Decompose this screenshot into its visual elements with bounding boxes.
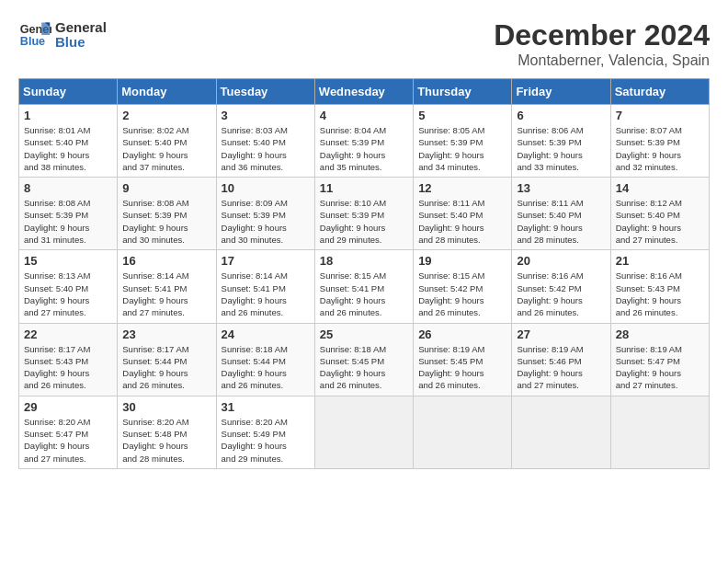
calendar-cell: 2Sunrise: 8:02 AMSunset: 5:40 PMDaylight… (118, 105, 216, 178)
day-number: 29 (24, 400, 112, 414)
day-number: 13 (517, 181, 605, 195)
calendar-cell: 13Sunrise: 8:11 AMSunset: 5:40 PMDayligh… (512, 178, 610, 250)
header: General Blue General Blue December 2024 … (18, 18, 710, 69)
day-number: 9 (122, 181, 210, 195)
day-info: Sunrise: 8:09 AMSunset: 5:39 PMDaylight:… (222, 197, 310, 246)
day-info: Sunrise: 8:14 AMSunset: 5:41 PMDaylight:… (222, 270, 310, 318)
calendar-cell (414, 396, 512, 468)
calendar-cell: 14Sunrise: 8:12 AMSunset: 5:40 PMDayligh… (610, 178, 709, 250)
calendar-cell: 27Sunrise: 8:19 AMSunset: 5:46 PMDayligh… (512, 323, 610, 396)
day-number: 25 (320, 327, 408, 341)
day-number: 16 (122, 254, 210, 268)
calendar-cell: 3Sunrise: 8:03 AMSunset: 5:40 PMDaylight… (216, 105, 314, 178)
day-info: Sunrise: 8:15 AMSunset: 5:42 PMDaylight:… (418, 270, 506, 318)
calendar-table: SundayMondayTuesdayWednesdayThursdayFrid… (18, 78, 710, 469)
day-info: Sunrise: 8:17 AMSunset: 5:43 PMDaylight:… (24, 343, 112, 392)
calendar-header-row: SundayMondayTuesdayWednesdayThursdayFrid… (19, 79, 710, 105)
calendar-cell: 10Sunrise: 8:09 AMSunset: 5:39 PMDayligh… (216, 178, 314, 250)
location-subtitle: Montaberner, Valencia, Spain (494, 52, 710, 69)
day-info: Sunrise: 8:11 AMSunset: 5:40 PMDaylight:… (418, 197, 506, 246)
day-info: Sunrise: 8:19 AMSunset: 5:45 PMDaylight:… (418, 343, 506, 392)
calendar-week-3: 15Sunrise: 8:13 AMSunset: 5:40 PMDayligh… (19, 250, 710, 323)
day-number: 17 (222, 254, 310, 268)
col-header-wednesday: Wednesday (314, 79, 413, 105)
calendar-cell: 24Sunrise: 8:18 AMSunset: 5:44 PMDayligh… (216, 323, 314, 396)
day-number: 10 (222, 181, 310, 195)
day-info: Sunrise: 8:20 AMSunset: 5:47 PMDaylight:… (24, 416, 112, 465)
col-header-saturday: Saturday (610, 79, 709, 105)
day-info: Sunrise: 8:20 AMSunset: 5:49 PMDaylight:… (222, 416, 310, 465)
day-info: Sunrise: 8:19 AMSunset: 5:47 PMDaylight:… (616, 343, 704, 392)
day-info: Sunrise: 8:01 AMSunset: 5:40 PMDaylight:… (24, 124, 112, 173)
calendar-cell: 11Sunrise: 8:10 AMSunset: 5:39 PMDayligh… (314, 178, 413, 250)
calendar-cell: 21Sunrise: 8:16 AMSunset: 5:43 PMDayligh… (610, 250, 709, 323)
day-number: 1 (24, 109, 112, 122)
day-info: Sunrise: 8:07 AMSunset: 5:39 PMDaylight:… (616, 124, 704, 173)
day-number: 19 (418, 254, 506, 268)
calendar-week-1: 1Sunrise: 8:01 AMSunset: 5:40 PMDaylight… (19, 105, 710, 178)
day-number: 18 (320, 254, 408, 268)
day-number: 4 (320, 109, 408, 122)
calendar-cell (610, 396, 709, 468)
calendar-cell: 26Sunrise: 8:19 AMSunset: 5:45 PMDayligh… (414, 323, 512, 396)
day-number: 30 (122, 400, 210, 414)
col-header-tuesday: Tuesday (216, 79, 314, 105)
calendar-cell: 29Sunrise: 8:20 AMSunset: 5:47 PMDayligh… (19, 396, 118, 468)
calendar-cell: 1Sunrise: 8:01 AMSunset: 5:40 PMDaylight… (19, 105, 118, 178)
day-info: Sunrise: 8:10 AMSunset: 5:39 PMDaylight:… (320, 197, 408, 246)
day-info: Sunrise: 8:17 AMSunset: 5:44 PMDaylight:… (122, 343, 210, 392)
calendar-cell (314, 396, 413, 468)
day-number: 11 (320, 181, 408, 195)
logo-blue: Blue (55, 35, 107, 51)
calendar-cell: 7Sunrise: 8:07 AMSunset: 5:39 PMDaylight… (610, 105, 709, 178)
calendar-cell: 9Sunrise: 8:08 AMSunset: 5:39 PMDaylight… (118, 178, 216, 250)
day-info: Sunrise: 8:18 AMSunset: 5:44 PMDaylight:… (222, 343, 310, 392)
col-header-sunday: Sunday (19, 79, 118, 105)
day-number: 2 (122, 109, 210, 122)
calendar-cell: 6Sunrise: 8:06 AMSunset: 5:39 PMDaylight… (512, 105, 610, 178)
calendar-body: 1Sunrise: 8:01 AMSunset: 5:40 PMDaylight… (19, 105, 710, 469)
svg-text:Blue: Blue (20, 35, 45, 48)
day-info: Sunrise: 8:16 AMSunset: 5:42 PMDaylight:… (517, 270, 605, 318)
day-number: 3 (222, 109, 310, 122)
logo: General Blue General Blue (18, 18, 107, 52)
calendar-cell: 22Sunrise: 8:17 AMSunset: 5:43 PMDayligh… (19, 323, 118, 396)
day-number: 27 (517, 327, 605, 341)
calendar-week-2: 8Sunrise: 8:08 AMSunset: 5:39 PMDaylight… (19, 178, 710, 250)
day-info: Sunrise: 8:12 AMSunset: 5:40 PMDaylight:… (616, 197, 704, 246)
day-number: 7 (616, 109, 704, 122)
calendar-cell: 23Sunrise: 8:17 AMSunset: 5:44 PMDayligh… (118, 323, 216, 396)
day-info: Sunrise: 8:08 AMSunset: 5:39 PMDaylight:… (24, 197, 112, 246)
day-info: Sunrise: 8:16 AMSunset: 5:43 PMDaylight:… (616, 270, 704, 318)
col-header-friday: Friday (512, 79, 610, 105)
calendar-cell: 17Sunrise: 8:14 AMSunset: 5:41 PMDayligh… (216, 250, 314, 323)
day-number: 23 (122, 327, 210, 341)
day-number: 21 (616, 254, 704, 268)
day-number: 8 (24, 181, 112, 195)
calendar-cell: 28Sunrise: 8:19 AMSunset: 5:47 PMDayligh… (610, 323, 709, 396)
title-area: December 2024 Montaberner, Valencia, Spa… (494, 18, 710, 69)
calendar-week-5: 29Sunrise: 8:20 AMSunset: 5:47 PMDayligh… (19, 396, 710, 468)
calendar-cell: 31Sunrise: 8:20 AMSunset: 5:49 PMDayligh… (216, 396, 314, 468)
day-info: Sunrise: 8:13 AMSunset: 5:40 PMDaylight:… (24, 270, 112, 318)
day-info: Sunrise: 8:14 AMSunset: 5:41 PMDaylight:… (122, 270, 210, 318)
day-info: Sunrise: 8:04 AMSunset: 5:39 PMDaylight:… (320, 124, 408, 173)
day-number: 12 (418, 181, 506, 195)
calendar-cell: 19Sunrise: 8:15 AMSunset: 5:42 PMDayligh… (414, 250, 512, 323)
calendar-cell: 25Sunrise: 8:18 AMSunset: 5:45 PMDayligh… (314, 323, 413, 396)
calendar-cell: 18Sunrise: 8:15 AMSunset: 5:41 PMDayligh… (314, 250, 413, 323)
day-number: 22 (24, 327, 112, 341)
calendar-cell: 12Sunrise: 8:11 AMSunset: 5:40 PMDayligh… (414, 178, 512, 250)
day-number: 5 (418, 109, 506, 122)
calendar-cell: 15Sunrise: 8:13 AMSunset: 5:40 PMDayligh… (19, 250, 118, 323)
calendar-cell: 5Sunrise: 8:05 AMSunset: 5:39 PMDaylight… (414, 105, 512, 178)
day-number: 28 (616, 327, 704, 341)
day-number: 26 (418, 327, 506, 341)
logo-general: General (55, 20, 107, 36)
day-info: Sunrise: 8:06 AMSunset: 5:39 PMDaylight:… (517, 124, 605, 173)
calendar-cell: 16Sunrise: 8:14 AMSunset: 5:41 PMDayligh… (118, 250, 216, 323)
logo-icon: General Blue (18, 18, 51, 52)
day-info: Sunrise: 8:19 AMSunset: 5:46 PMDaylight:… (517, 343, 605, 392)
calendar-cell: 4Sunrise: 8:04 AMSunset: 5:39 PMDaylight… (314, 105, 413, 178)
col-header-monday: Monday (118, 79, 216, 105)
